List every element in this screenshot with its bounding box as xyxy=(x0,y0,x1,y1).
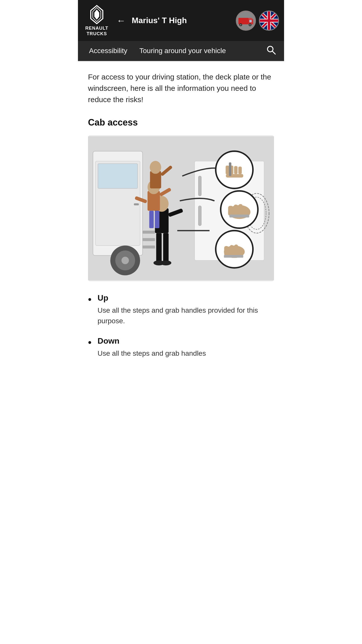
bullet-desc-up: Use all the steps and grab handles provi… xyxy=(98,305,274,326)
bullet-content-down: Down Use all the steps and grab handles xyxy=(98,336,274,359)
section-title: Cab access xyxy=(88,117,274,128)
bullet-title-up: Up xyxy=(98,293,274,303)
svg-rect-62 xyxy=(226,174,243,178)
bullet-list: • Up Use all the steps and grab handles … xyxy=(88,293,274,359)
svg-rect-60 xyxy=(234,166,238,174)
svg-rect-74 xyxy=(234,245,238,255)
list-item: • Up Use all the steps and grab handles … xyxy=(88,293,274,326)
svg-rect-66 xyxy=(228,206,233,216)
svg-rect-43 xyxy=(156,233,162,263)
svg-rect-58 xyxy=(226,166,229,174)
svg-rect-28 xyxy=(98,164,138,189)
app-header: RENAULTTRUCKS ← Marius' T High xyxy=(78,0,284,41)
svg-rect-68 xyxy=(239,204,243,214)
bullet-dot: • xyxy=(88,294,92,304)
svg-point-11 xyxy=(249,24,251,25)
bullet-desc-down: Use all the steps and grab handles xyxy=(98,348,274,359)
svg-point-35 xyxy=(121,257,129,264)
svg-rect-50 xyxy=(149,211,154,228)
logo-area: RENAULTTRUCKS xyxy=(83,5,111,36)
header-icons xyxy=(236,11,279,31)
nav-item-accessibility[interactable]: Accessibility xyxy=(83,42,133,60)
brand-name: RENAULTTRUCKS xyxy=(85,26,108,36)
svg-rect-61 xyxy=(238,167,242,174)
cab-access-image xyxy=(88,135,274,281)
svg-marker-2 xyxy=(94,10,99,20)
svg-rect-30 xyxy=(143,231,155,234)
main-content: For access to your driving station, the … xyxy=(78,61,284,384)
page-title: Marius' T High xyxy=(132,16,232,25)
svg-line-24 xyxy=(272,51,275,54)
back-button[interactable]: ← xyxy=(115,14,128,27)
list-item: • Down Use all the steps and grab handle… xyxy=(88,336,274,359)
svg-point-9 xyxy=(240,24,242,25)
nav-item-touring[interactable]: Touring around your vehicle xyxy=(133,42,232,60)
svg-rect-29 xyxy=(134,203,139,205)
bullet-content-up: Up Use all the steps and grab handles pr… xyxy=(98,293,274,326)
search-button[interactable] xyxy=(263,42,279,60)
bullet-dot: • xyxy=(88,337,92,347)
svg-rect-38 xyxy=(198,206,201,226)
svg-rect-51 xyxy=(155,211,159,228)
truck-avatar[interactable] xyxy=(236,11,256,31)
svg-rect-32 xyxy=(143,246,155,249)
svg-rect-67 xyxy=(234,205,238,216)
nav-bar: Accessibility Touring around your vehicl… xyxy=(78,41,284,61)
svg-point-46 xyxy=(160,260,171,265)
bullet-title-down: Down xyxy=(98,336,274,346)
intro-text: For access to your driving station, the … xyxy=(88,71,274,105)
svg-rect-4 xyxy=(238,18,249,24)
svg-rect-63 xyxy=(229,163,231,176)
svg-rect-31 xyxy=(143,238,155,241)
svg-rect-22 xyxy=(260,19,278,22)
svg-rect-37 xyxy=(198,176,201,196)
renault-logo-icon xyxy=(87,5,107,25)
cab-illustration-svg xyxy=(88,135,274,281)
svg-rect-69 xyxy=(229,215,249,218)
uk-flag-avatar[interactable] xyxy=(259,11,279,31)
svg-rect-73 xyxy=(230,245,234,256)
svg-rect-75 xyxy=(224,255,243,258)
svg-rect-7 xyxy=(249,20,252,22)
svg-rect-44 xyxy=(163,233,169,263)
svg-rect-72 xyxy=(224,246,229,256)
svg-point-55 xyxy=(150,161,161,174)
